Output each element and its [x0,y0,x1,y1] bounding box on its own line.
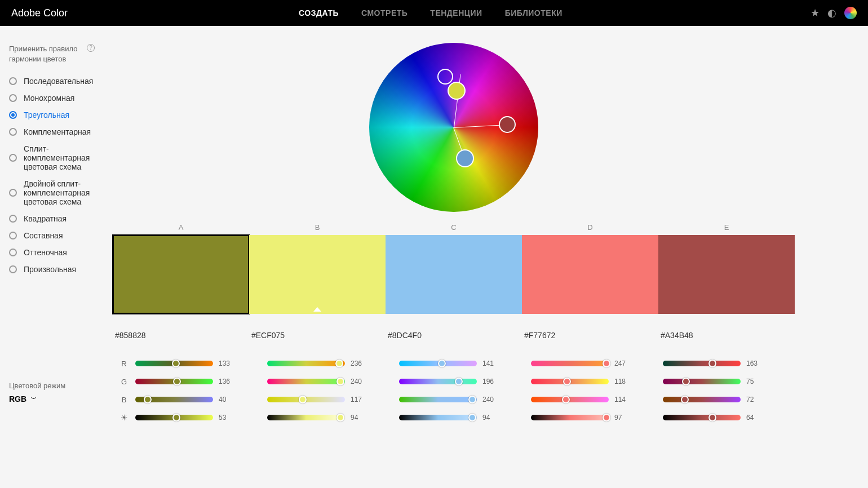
nav-item[interactable]: СМОТРЕТЬ [361,8,408,17]
swatch[interactable] [386,235,522,314]
nav-item[interactable]: БИБЛИОТЕКИ [505,8,563,17]
slider-thumb[interactable] [708,360,716,367]
slider-thumb[interactable] [336,414,344,422]
nav-item[interactable]: СОЗДАТЬ [299,8,339,17]
slider-thumb[interactable] [299,396,307,403]
nav-item[interactable]: ТЕНДЕНЦИИ [430,8,482,17]
slider-value[interactable]: 196 [482,378,497,385]
harmony-item[interactable]: Комплементарная [9,127,113,136]
harmony-item[interactable]: Произвольная [9,265,113,274]
slider-r[interactable] [399,361,477,366]
slider-value[interactable]: 114 [614,396,629,403]
slider-g[interactable] [531,379,609,384]
color-wheel[interactable] [369,43,538,212]
slider-thumb[interactable] [682,378,690,385]
slider-brightness[interactable] [663,415,741,420]
wheel-handle[interactable] [456,149,474,167]
slider-value[interactable]: 240 [351,378,365,385]
slider-brightness[interactable] [399,415,477,420]
slider-column: 23624011794 [267,354,399,427]
slider-thumb[interactable] [173,378,181,385]
slider-brightness[interactable] [267,415,345,420]
slider-value[interactable]: 141 [482,360,497,367]
slider-b[interactable] [135,397,213,402]
slider-brightness[interactable] [531,415,609,420]
harmony-item[interactable]: Оттеночная [9,248,113,257]
slider-value[interactable]: 94 [482,414,497,422]
help-icon[interactable]: ? [87,44,95,52]
hex-value[interactable]: #A34B48 [658,331,795,340]
slider-r[interactable] [663,361,741,366]
harmony-item[interactable]: Двойной сплит-комплементарная цветовая с… [9,179,113,206]
slider-thumb[interactable] [563,378,571,385]
slider-r[interactable] [135,361,213,366]
slider-thumb[interactable] [335,360,343,367]
slider-b[interactable] [399,397,477,402]
profile-icon[interactable] [844,7,857,19]
slider-b[interactable] [663,397,741,402]
slider-value[interactable]: 247 [614,360,629,367]
slider-thumb[interactable] [438,360,446,367]
theme-toggle-icon[interactable]: ◐ [827,7,836,19]
color-mode-select[interactable]: RGB ﹀ [9,394,65,403]
slider-value[interactable]: 97 [614,414,629,422]
sidebar: Применить правило гармонии цветов ? Посл… [0,26,113,488]
slider-thumb[interactable] [562,396,570,403]
slider-thumb[interactable] [144,396,152,403]
swatch-letter: B [249,223,386,232]
hex-value[interactable]: #F77672 [522,331,658,340]
slider-thumb[interactable] [603,414,610,422]
slider-value[interactable]: 118 [614,378,629,385]
slider-g[interactable] [399,379,477,384]
slider-r[interactable] [531,361,609,366]
slider-value[interactable]: 40 [219,396,233,403]
harmony-item[interactable]: Составная [9,231,113,240]
wheel-handle[interactable] [448,82,466,100]
slider-thumb[interactable] [603,360,610,367]
harmony-item[interactable]: Сплит-комплементарная цветовая схема [9,144,113,171]
slider-value[interactable]: 53 [219,414,233,422]
slider-g[interactable] [135,379,213,384]
slider-thumb[interactable] [172,360,180,367]
swatch[interactable] [658,235,795,314]
slider-thumb[interactable] [336,378,344,385]
slider-g[interactable] [267,379,345,384]
slider-value[interactable]: 133 [219,360,233,367]
slider-thumb[interactable] [172,414,180,422]
slider-value[interactable]: 94 [351,414,365,422]
slider-g[interactable] [663,379,741,384]
harmony-item[interactable]: Последовательная [9,77,113,86]
hex-value[interactable]: #ECF075 [249,331,386,340]
slider-value[interactable]: 163 [746,360,761,367]
harmony-item[interactable]: Треугольная [9,110,113,119]
wheel-handle[interactable] [499,116,516,133]
star-icon[interactable]: ★ [811,7,820,19]
swatch[interactable] [249,235,386,314]
swatch[interactable] [113,235,249,314]
swatches [113,235,795,314]
slider-value[interactable]: 240 [482,396,497,403]
slider-value[interactable]: 75 [746,378,761,385]
slider-brightness[interactable] [135,415,213,420]
harmony-item[interactable]: Квадратная [9,214,113,223]
slider-value[interactable]: 117 [351,396,365,403]
slider-thumb[interactable] [455,378,463,385]
radio-icon [9,215,17,223]
wheel-handle[interactable] [437,69,453,85]
slider-value[interactable]: 136 [219,378,233,385]
slider-value[interactable]: 236 [351,360,365,367]
slider-b[interactable] [531,397,609,402]
hex-value[interactable]: #8DC4F0 [386,331,522,340]
slider-value[interactable]: 64 [746,414,761,422]
slider-b[interactable] [267,397,345,402]
slider-thumb[interactable] [681,396,689,403]
harmony-label: Квадратная [24,214,67,223]
harmony-item[interactable]: Монохромная [9,94,113,103]
slider-value[interactable]: 72 [746,396,761,403]
swatch[interactable] [522,235,658,314]
slider-r[interactable] [267,361,345,366]
slider-thumb[interactable] [468,414,476,422]
slider-thumb[interactable] [708,414,716,422]
hex-value[interactable]: #858828 [113,331,249,340]
slider-thumb[interactable] [468,396,476,403]
